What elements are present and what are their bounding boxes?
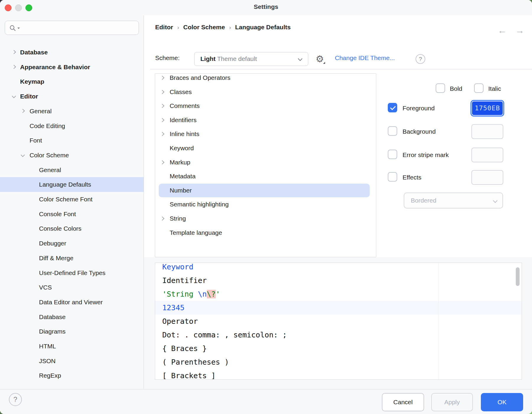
sidebar-item-data-editor-and-viewer[interactable]: Data Editor and Viewer bbox=[0, 295, 144, 310]
bold-checkbox[interactable] bbox=[436, 83, 445, 93]
sidebar-item-appearance-behavior[interactable]: Appearance & Behavior bbox=[0, 60, 144, 75]
element-tree-item-label: Template language bbox=[170, 226, 222, 240]
chevron-right-icon[interactable] bbox=[160, 90, 164, 94]
scheme-select[interactable]: Light Theme default bbox=[194, 52, 308, 66]
minimize-window-button[interactable] bbox=[15, 4, 22, 11]
sidebar-item-database[interactable]: Database bbox=[0, 310, 144, 324]
cancel-button[interactable]: Cancel bbox=[382, 393, 424, 411]
element-tree-item-string[interactable]: String bbox=[155, 211, 376, 226]
chevron-right-icon[interactable] bbox=[160, 76, 164, 80]
search-input[interactable] bbox=[5, 21, 139, 35]
preview-scrollbar-thumb[interactable] bbox=[516, 267, 520, 286]
error-stripe-label: Error stripe mark bbox=[403, 151, 449, 159]
sidebar-item-general[interactable]: General bbox=[0, 163, 144, 177]
sidebar-item-general[interactable]: General bbox=[0, 104, 144, 119]
scheme-value-primary: Light bbox=[200, 55, 215, 62]
breadcrumb-item[interactable]: Color Scheme bbox=[183, 24, 225, 30]
background-color-field[interactable] bbox=[471, 124, 503, 139]
sidebar-item-code-editing[interactable]: Code Editing bbox=[0, 119, 144, 133]
sidebar-item-vcs[interactable]: VCS bbox=[0, 280, 144, 295]
effects-label: Effects bbox=[403, 174, 421, 181]
sidebar-item-json[interactable]: JSON bbox=[0, 354, 144, 368]
preview-line[interactable]: Keyword bbox=[162, 263, 193, 274]
chevron-right-icon[interactable] bbox=[160, 132, 164, 136]
preview-line[interactable]: [ Brackets ] bbox=[162, 369, 216, 380]
change-ide-theme-link[interactable]: Change IDE Theme... bbox=[335, 54, 395, 62]
preview-line[interactable]: Identifier bbox=[162, 274, 207, 287]
chevron-right-icon[interactable] bbox=[160, 104, 164, 108]
sidebar-item-editor[interactable]: Editor bbox=[0, 89, 144, 104]
sidebar-item-color-scheme[interactable]: Color Scheme bbox=[0, 148, 144, 163]
element-tree-item-markup[interactable]: Markup bbox=[155, 155, 376, 169]
forward-arrow-icon[interactable]: → bbox=[515, 26, 524, 35]
chevron-down-icon[interactable] bbox=[21, 153, 25, 157]
preview-token-plain: ( Parentheses ) bbox=[162, 358, 229, 366]
sidebar-item-label: Console Font bbox=[39, 207, 76, 221]
preview-line[interactable]: 12345 bbox=[162, 301, 184, 315]
help-icon[interactable]: ? bbox=[9, 393, 22, 406]
chevron-right-icon[interactable] bbox=[160, 160, 164, 164]
apply-button[interactable]: Apply bbox=[431, 393, 473, 411]
preview-line[interactable]: Dot: . comma: , semicolon: ; bbox=[162, 328, 287, 342]
element-tree-item-semantic-highlighting[interactable]: Semantic highlighting bbox=[155, 197, 376, 211]
sidebar-item-label: Color Scheme Font bbox=[39, 192, 93, 207]
sidebar-item-console-font[interactable]: Console Font bbox=[0, 207, 144, 221]
chevron-down-icon[interactable] bbox=[12, 94, 16, 98]
sidebar-item-user-defined-file-types[interactable]: User-Defined File Types bbox=[0, 266, 144, 280]
back-arrow-icon[interactable]: ← bbox=[498, 26, 507, 35]
foreground-checkbox[interactable] bbox=[388, 103, 397, 112]
scheme-gear-icon[interactable]: ⚙ bbox=[314, 53, 326, 65]
sidebar-item-diff-merge[interactable]: Diff & Merge bbox=[0, 251, 144, 266]
sidebar-item-label: User-Defined File Types bbox=[39, 266, 106, 280]
element-tree-item-comments[interactable]: Comments bbox=[155, 99, 376, 113]
sidebar-item-console-colors[interactable]: Console Colors bbox=[0, 221, 144, 236]
sidebar-item-label: HTML bbox=[39, 339, 56, 354]
error-stripe-color-field[interactable] bbox=[471, 148, 503, 162]
effects-color-field[interactable] bbox=[471, 170, 503, 185]
chevron-right-icon[interactable] bbox=[12, 50, 16, 54]
element-tree-item-classes[interactable]: Classes bbox=[155, 85, 376, 99]
sidebar-item-database[interactable]: Database bbox=[0, 45, 144, 60]
element-tree-panel: Braces and OperatorsClassesCommentsIdent… bbox=[155, 73, 376, 257]
element-tree-item-metadata[interactable]: Metadata bbox=[155, 169, 376, 183]
error-stripe-checkbox[interactable] bbox=[388, 150, 397, 159]
element-tree-item-template-language[interactable]: Template language bbox=[155, 226, 376, 240]
preview-line[interactable]: Operator bbox=[162, 315, 198, 328]
sidebar-item-keymap[interactable]: Keymap bbox=[0, 74, 144, 89]
element-tree-item-braces-and-operators[interactable]: Braces and Operators bbox=[155, 73, 376, 85]
preview-line[interactable]: { Braces } bbox=[162, 342, 207, 355]
background-checkbox[interactable] bbox=[388, 126, 397, 136]
chevron-right-icon[interactable] bbox=[160, 216, 164, 221]
scheme-help-icon[interactable]: ? bbox=[416, 54, 425, 64]
chevron-right-icon[interactable] bbox=[21, 109, 25, 113]
close-window-button[interactable] bbox=[5, 4, 12, 11]
preview-line[interactable]: ( Parentheses ) bbox=[162, 355, 229, 369]
sidebar-item-diagrams[interactable]: Diagrams bbox=[0, 324, 144, 339]
element-tree-item-keyword[interactable]: Keyword bbox=[155, 141, 376, 155]
breadcrumb-item[interactable]: Language Defaults bbox=[235, 24, 291, 30]
sidebar-item-language-defaults[interactable]: Language Defaults bbox=[0, 177, 144, 192]
element-tree-item-identifiers[interactable]: Identifiers bbox=[155, 113, 376, 127]
effects-checkbox[interactable] bbox=[388, 172, 397, 182]
chevron-right-icon[interactable] bbox=[12, 65, 16, 69]
chevron-down-icon bbox=[493, 198, 498, 203]
foreground-color-field[interactable]: 1750EB bbox=[471, 101, 503, 116]
breadcrumb-item[interactable]: Editor bbox=[155, 24, 173, 30]
element-tree-item-inline-hints[interactable]: Inline hints bbox=[155, 127, 376, 141]
preview-line[interactable]: 'String \n\?' bbox=[162, 287, 220, 301]
search-history-caret-icon bbox=[17, 28, 20, 29]
italic-checkbox[interactable] bbox=[474, 83, 484, 93]
effect-type-select[interactable]: Bordered bbox=[404, 193, 503, 208]
sidebar-item-color-scheme-font[interactable]: Color Scheme Font bbox=[0, 192, 144, 207]
ok-button[interactable]: OK bbox=[481, 393, 523, 411]
zoom-window-button[interactable] bbox=[25, 4, 32, 11]
chevron-right-icon[interactable] bbox=[160, 118, 164, 122]
sidebar-item-font[interactable]: Font bbox=[0, 133, 144, 148]
sidebar-item-label: Diff & Merge bbox=[39, 251, 73, 266]
sidebar-item-debugger[interactable]: Debugger bbox=[0, 236, 144, 251]
sidebar-item-html[interactable]: HTML bbox=[0, 339, 144, 354]
element-tree-item-number[interactable]: Number bbox=[155, 183, 376, 198]
sidebar-item-regexp[interactable]: RegExp bbox=[0, 368, 144, 383]
caret-line-highlight bbox=[155, 301, 521, 315]
element-tree-item-label: Identifiers bbox=[170, 113, 197, 127]
